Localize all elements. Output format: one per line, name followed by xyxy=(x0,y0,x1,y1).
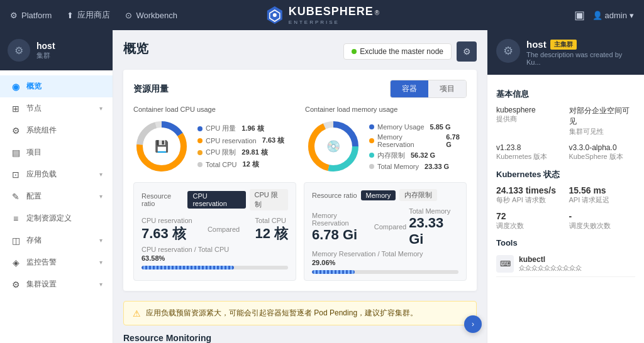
cpu-reservation-label-m: CPU reservation xyxy=(142,217,192,224)
cpu-legend: CPU 用量 1.96 核 CPU reservation 7.63 核 CPU… xyxy=(197,124,284,169)
cpu-usage-dot xyxy=(197,126,203,131)
sidebar-item-存储[interactable]: ◫ 存储 ▾ xyxy=(0,229,113,251)
visibility-value: 对部分企业空间可见 xyxy=(569,106,636,127)
kubectl-info: kubectl 众众众众众众众众众众 xyxy=(519,255,582,273)
sidebar-item-配置[interactable]: ✎ 配置 ▾ xyxy=(0,185,113,207)
sidebar-item-节点[interactable]: ⊞ 节点 ▾ xyxy=(0,97,113,119)
right-panel: ⚙ host 主集群 The description was created b… xyxy=(487,30,644,343)
cpu-total-val-m: 12 核 xyxy=(255,224,288,243)
menu-chevron-4: ▾ xyxy=(99,171,103,178)
scroll-float-button[interactable]: › xyxy=(464,315,482,333)
cluster-info: host 集群 xyxy=(36,41,55,60)
nav-right: ▣ 👤 admin ▾ xyxy=(574,8,634,22)
mem-legend: Memory Usage 5.85 G Memory Reservation 6… xyxy=(369,123,467,170)
resource-monitoring-title: Resource Monitoring xyxy=(123,333,477,343)
cpu-metric-tab1[interactable]: CPU reservation xyxy=(187,191,245,209)
right-cluster-badge: 主集群 xyxy=(550,40,577,50)
mem-chart-section: Container load memory usage 💿 xyxy=(305,106,467,175)
schedule-fail-value: - xyxy=(569,211,636,221)
mem-metric-tab1[interactable]: Memory xyxy=(361,190,396,200)
sidebar-item-应用负载[interactable]: ⊡ 应用负载 ▾ xyxy=(0,163,113,185)
schedule-fail-item: - 调度失败次数 xyxy=(569,211,636,231)
tab-project[interactable]: 项目 xyxy=(428,80,466,97)
mem-limit-label: 内存限制 xyxy=(377,151,405,160)
mem-legend-total: Total Memory 23.33 G xyxy=(369,163,467,170)
sidebar-item-项目[interactable]: ▤ 项目 xyxy=(0,141,113,163)
cpu-metric-tab2[interactable]: CPU 限制 xyxy=(250,189,289,210)
page-header: 概览 Exclude the master node ⚙ xyxy=(123,40,477,62)
nav-left: ⚙ Platform ⬆ 应用商店 ⊙ Workbench xyxy=(10,9,177,21)
sidebar-item-系统组件[interactable]: ⚙ 系统组件 xyxy=(0,119,113,141)
appstore-icon: ⬆ xyxy=(67,11,74,20)
nav-appstore[interactable]: ⬆ 应用商店 xyxy=(67,9,110,21)
menu-icon-3: ▤ xyxy=(10,148,21,158)
api-lat-label: API 请求延迟 xyxy=(569,195,636,205)
k8s-version-item: v1.23.8 Kubernetes 版本 xyxy=(496,143,563,161)
cluster-icon: ⚙ xyxy=(8,39,30,62)
sidebar-menu: ◉ 概览 ⊞ 节点 ▾ ⚙ 系统组件 ▤ 项目 ⊡ 应用负载 ▾ ✎ 配置 ▾ … xyxy=(0,70,113,343)
cpu-usage-label: CPU 用量 xyxy=(206,124,236,133)
api-lat-item: 15.56 ms API 请求延迟 xyxy=(569,185,636,205)
kubectl-desc: 众众众众众众众众众众 xyxy=(519,264,582,273)
mem-legend-limit: 内存限制 56.32 G xyxy=(369,151,467,160)
nav-platform[interactable]: ⚙ Platform xyxy=(10,11,52,20)
logo: KUBESPHERE ® ENTERPRISE xyxy=(265,5,379,25)
sidebar-item-监控告警[interactable]: ◈ 监控告警 ▾ xyxy=(0,251,113,273)
exclude-btn-label: Exclude the master node xyxy=(360,47,443,56)
mem-reservation-val: 6.78 G xyxy=(446,133,467,148)
cpu-metric-card: Resource ratio CPU reservation CPU 限制 CP… xyxy=(133,182,296,281)
mem-reservation-label-m: Memory Reservation xyxy=(312,212,372,227)
mem-usage-label: Memory Usage xyxy=(377,123,425,131)
sidebar-item-集群设置[interactable]: ⚙ 集群设置 ▾ xyxy=(0,273,113,295)
resource-section-title: 资源用量 xyxy=(133,84,169,95)
mem-progress-bg xyxy=(312,270,458,274)
api-req-item: 24.133 times/s 每秒 API 请求数 xyxy=(496,185,563,205)
mem-metric-prefix: Resource ratio xyxy=(312,192,357,199)
cpu-reservation-block: CPU reservation 7.63 核 xyxy=(142,215,192,243)
menu-label-0: 概览 xyxy=(26,81,103,92)
nav-workbench[interactable]: ⊙ Workbench xyxy=(125,11,177,20)
right-cluster-name-row: host 主集群 xyxy=(526,39,635,50)
cpu-limit-label: CPU 限制 xyxy=(206,148,236,157)
sidebar-item-定制资源定义[interactable]: ≡ 定制资源定义 xyxy=(0,207,113,229)
cpu-progress-bar xyxy=(142,266,288,270)
appstore-label: 应用商店 xyxy=(77,9,110,21)
right-cluster-name: host xyxy=(526,39,547,50)
k8s-status-title: Kubernetes 状态 xyxy=(496,169,635,180)
mem-total-val-m: 23.33 Gi xyxy=(409,215,458,248)
sidebar-item-概览[interactable]: ◉ 概览 xyxy=(0,75,113,97)
sidebar: ⚙ host 集群 ◉ 概览 ⊞ 节点 ▾ ⚙ 系统组件 ▤ 项目 ⊡ 应用负载… xyxy=(0,30,113,343)
provider-value: kubesphere xyxy=(496,106,563,114)
mem-metric-tab2[interactable]: 内存限制 xyxy=(399,189,437,201)
monitor-icon[interactable]: ▣ xyxy=(574,8,585,22)
menu-chevron-8: ▾ xyxy=(99,259,103,266)
k8s-status-grid: 24.133 times/s 每秒 API 请求数 15.56 ms API 请… xyxy=(496,185,635,231)
mem-metric-card: Resource ratio Memory 内存限制 Memory Reserv… xyxy=(304,182,467,281)
mem-progress-bar xyxy=(312,270,458,274)
api-req-value: 24.133 times/s xyxy=(496,185,563,195)
cpu-center-icon: 💾 xyxy=(155,139,169,153)
cpu-reservation-label: CPU reservation xyxy=(206,137,257,144)
resource-tabs: 容器 项目 xyxy=(390,80,467,98)
right-panel-body: 基本信息 kubesphere 提供商 对部分企业空间可见 集群可见性 v1.2… xyxy=(487,75,644,285)
right-cluster-desc: The description was created by Ku... xyxy=(526,51,635,66)
menu-chevron-7: ▾ xyxy=(99,237,103,244)
menu-icon-0: ◉ xyxy=(10,82,21,92)
exclude-master-button[interactable]: Exclude the master node xyxy=(343,43,452,60)
mem-total-block: Total Memory 23.33 Gi xyxy=(409,206,458,248)
mem-reservation-dot xyxy=(369,138,374,143)
mem-limit-dot xyxy=(369,153,374,158)
cpu-chart-title: Container load CPU usage xyxy=(133,106,295,113)
admin-button[interactable]: 👤 admin ▾ xyxy=(592,11,634,20)
cpu-reservation-val-m: 7.63 核 xyxy=(142,224,192,243)
mem-metric-values-row: Memory Reservation 6.78 Gi Compared Tota… xyxy=(312,206,458,248)
logo-text-block: KUBESPHERE ® ENTERPRISE xyxy=(289,5,379,25)
mem-usage-val: 5.85 G xyxy=(430,123,451,131)
right-cluster-info: host 主集群 The description was created by … xyxy=(526,39,635,66)
tab-container[interactable]: 容器 xyxy=(391,80,428,97)
kubectl-name: kubectl xyxy=(519,255,582,264)
workbench-label: Workbench xyxy=(136,11,177,20)
logo-icon xyxy=(265,5,285,25)
settings-gear-icon[interactable]: ⚙ xyxy=(457,41,477,62)
cpu-reservation-val: 7.63 核 xyxy=(262,136,284,145)
